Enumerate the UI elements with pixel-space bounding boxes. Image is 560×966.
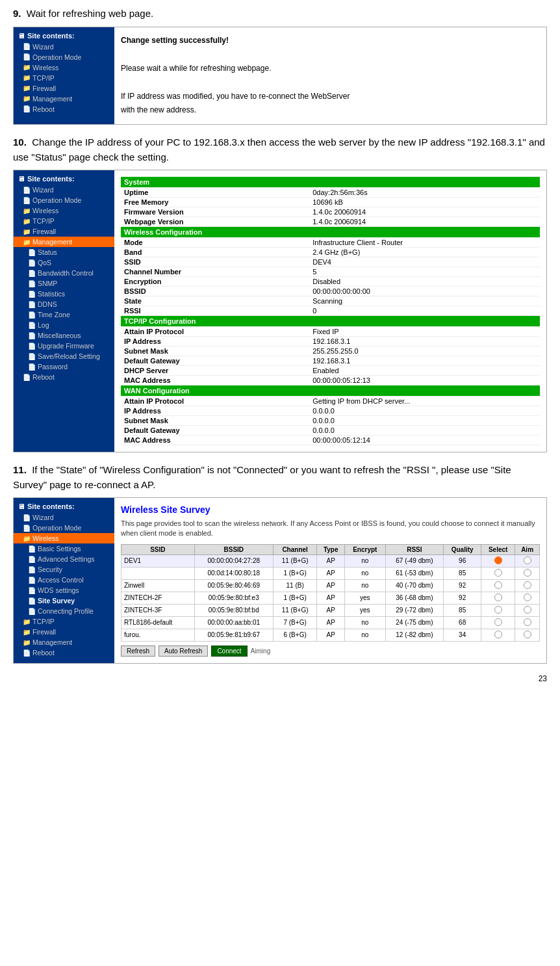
refresh-button[interactable]: Refresh <box>121 646 155 657</box>
cell-select[interactable] <box>481 604 515 616</box>
radio-select[interactable] <box>494 618 502 626</box>
cell-type: AP <box>317 616 345 629</box>
cell-aim[interactable] <box>515 616 540 629</box>
doc-icon: 📄 <box>28 280 36 287</box>
sidebar-item-wireless-10[interactable]: 📁 Wireless <box>14 205 114 216</box>
sidebar-item-accesscontrol-11[interactable]: 📄 Access Control <box>14 575 114 585</box>
cell-select[interactable] <box>481 555 515 567</box>
radio-select[interactable] <box>494 569 502 577</box>
cell-aim[interactable] <box>515 604 540 616</box>
router-icon-10: 🖥 <box>18 175 25 183</box>
sidebar-item-status-10[interactable]: 📄 Status <box>14 247 114 257</box>
state-value: Scanning <box>309 296 540 306</box>
sidebar-item-misc-10[interactable]: 📄 Miscellaneous <box>14 330 114 341</box>
cell-select[interactable] <box>481 592 515 604</box>
bssid-value: 00:00:00:00:00:00 <box>309 287 540 296</box>
cell-aim[interactable] <box>515 592 540 604</box>
sidebar-item-password-10[interactable]: 📄 Password <box>14 361 114 372</box>
sidebar-item-statistics-10[interactable]: 📄 Statistics <box>14 289 114 299</box>
radio-select[interactable] <box>494 594 502 601</box>
cell-bssid: 00:05:9e:80:46:69 <box>194 579 273 592</box>
doc-icon: 📄 <box>23 53 31 60</box>
cell-aim[interactable] <box>515 567 540 579</box>
sidebar-item-firewall-10[interactable]: 📁 Firewall <box>14 226 114 237</box>
radio-select[interactable] <box>494 631 502 638</box>
doc-icon: 📄 <box>23 514 31 521</box>
sidebar-item-bandwidth-10[interactable]: 📄 Bandwidth Control <box>14 268 114 278</box>
firmware-value: 1.4.0c 20060914 <box>309 207 540 217</box>
cell-encrypt: no <box>345 616 386 629</box>
sidebar-item-wireless-11[interactable]: 📁 Wireless <box>14 533 114 543</box>
cell-aim[interactable] <box>515 629 540 641</box>
sidebar-item-firewall-11[interactable]: 📁 Firewall <box>14 627 114 637</box>
doc-icon: 📄 <box>28 301 36 308</box>
cell-bssid: 00:0d:14:00:80:18 <box>194 567 273 579</box>
sidebar-item-reboot-10[interactable]: 📄 Reboot <box>14 372 114 382</box>
sidebar-item-basicsettings-11[interactable]: 📄 Basic Settings <box>14 543 114 554</box>
cell-ssid: DEV1 <box>121 555 195 567</box>
sidebar-item-security-11[interactable]: 📄 Security <box>14 564 114 575</box>
auto-refresh-button[interactable]: Auto Refresh <box>159 646 208 657</box>
sidebar-item-snmp-10[interactable]: 📄 SNMP <box>14 278 114 289</box>
cell-aim[interactable] <box>515 555 540 567</box>
radio-select[interactable] <box>494 556 502 564</box>
radio-aim[interactable] <box>524 556 531 564</box>
radio-aim[interactable] <box>524 594 531 601</box>
sidebar-item-qos-10[interactable]: 📄 QoS <box>14 257 114 268</box>
sidebar-item-tcpip-9[interactable]: 📁 TCP/IP <box>14 73 114 83</box>
ipaddr-label: IP Address <box>121 337 309 346</box>
radio-aim[interactable] <box>524 618 531 626</box>
webpage-label: Webpage Version <box>121 217 309 227</box>
radio-select[interactable] <box>494 581 502 589</box>
sidebar-item-log-10[interactable]: 📄 Log <box>14 320 114 330</box>
survey-table: SSID BSSID Channel Type Encrypt RSSI Qua… <box>121 544 540 642</box>
radio-aim[interactable] <box>524 569 531 577</box>
sidebar-item-tcpip-10[interactable]: 📁 TCP/IP <box>14 216 114 226</box>
cell-channel: 1 (B+G) <box>273 567 316 579</box>
cell-encrypt: yes <box>345 604 386 616</box>
sidebar-item-wizard-9[interactable]: 📄 Wizard <box>14 42 114 52</box>
sidebar-item-wireless-9[interactable]: 📁 Wireless <box>14 62 114 73</box>
cell-aim[interactable] <box>515 579 540 592</box>
doc-icon: 📄 <box>28 322 36 329</box>
sidebar-item-timezone-10[interactable]: 📄 Time Zone <box>14 309 114 320</box>
sidebar-item-opmode-10[interactable]: 📄 Operation Mode <box>14 195 114 205</box>
sidebar-item-management-11[interactable]: 📁 Management <box>14 637 114 647</box>
cell-select[interactable] <box>481 616 515 629</box>
sidebar-item-opmode-11[interactable]: 📄 Operation Mode <box>14 523 114 533</box>
doc-icon: 📄 <box>28 353 36 360</box>
cell-quality: 85 <box>444 567 481 579</box>
sidebar-item-wizard-10[interactable]: 📄 Wizard <box>14 185 114 195</box>
page-number: 23 <box>13 674 547 683</box>
cell-select[interactable] <box>481 567 515 579</box>
sidebar-item-wds-11[interactable]: 📄 WDS settings <box>14 585 114 595</box>
sidebar-item-tcpip-11[interactable]: 📁 TCP/IP <box>14 616 114 627</box>
sidebar-item-opmode-9[interactable]: 📄 Operation Mode <box>14 52 114 62</box>
sidebar-item-savereload-10[interactable]: 📄 Save/Reload Setting <box>14 351 114 361</box>
sidebar-item-reboot-11[interactable]: 📄 Reboot <box>14 647 114 658</box>
sidebar-item-ddns-10[interactable]: 📄 DDNS <box>14 299 114 309</box>
sidebar-item-firewall-9[interactable]: 📁 Firewall <box>14 83 114 94</box>
cell-type: AP <box>317 579 345 592</box>
radio-aim[interactable] <box>524 631 531 638</box>
sidebar-item-management-9[interactable]: 📁 Management <box>14 94 114 104</box>
sidebar-item-sitesurvey-11[interactable]: 📄 Site Survey <box>14 595 114 606</box>
sidebar-item-upgrade-10[interactable]: 📄 Upgrade Firmware <box>14 341 114 351</box>
sidebar-item-advancedsettings-11[interactable]: 📄 Advanced Settings <box>14 554 114 564</box>
radio-aim[interactable] <box>524 606 531 614</box>
encryption-value: Disabled <box>309 277 540 287</box>
cell-bssid: 00:05:9e:81:b9:67 <box>194 629 273 641</box>
radio-select[interactable] <box>494 606 502 614</box>
sidebar-item-connectprofile-11[interactable]: 📄 Connecting Profile <box>14 606 114 616</box>
sidebar-item-reboot-9[interactable]: 📄 Reboot <box>14 104 114 114</box>
cell-select[interactable] <box>481 579 515 592</box>
cell-select[interactable] <box>481 629 515 641</box>
folder-icon: 📁 <box>23 618 31 625</box>
folder-icon: 📁 <box>23 228 31 235</box>
sidebar-item-wizard-11[interactable]: 📄 Wizard <box>14 512 114 523</box>
wan-ip-value: 0.0.0.0 <box>309 406 540 416</box>
radio-aim[interactable] <box>524 581 531 589</box>
sidebar-item-management-10[interactable]: 📁 Management <box>14 237 114 247</box>
connect-button[interactable]: Connect <box>211 646 247 657</box>
table-row: Zinwell 00:05:9e:80:46:69 11 (B) AP no 4… <box>121 579 540 592</box>
